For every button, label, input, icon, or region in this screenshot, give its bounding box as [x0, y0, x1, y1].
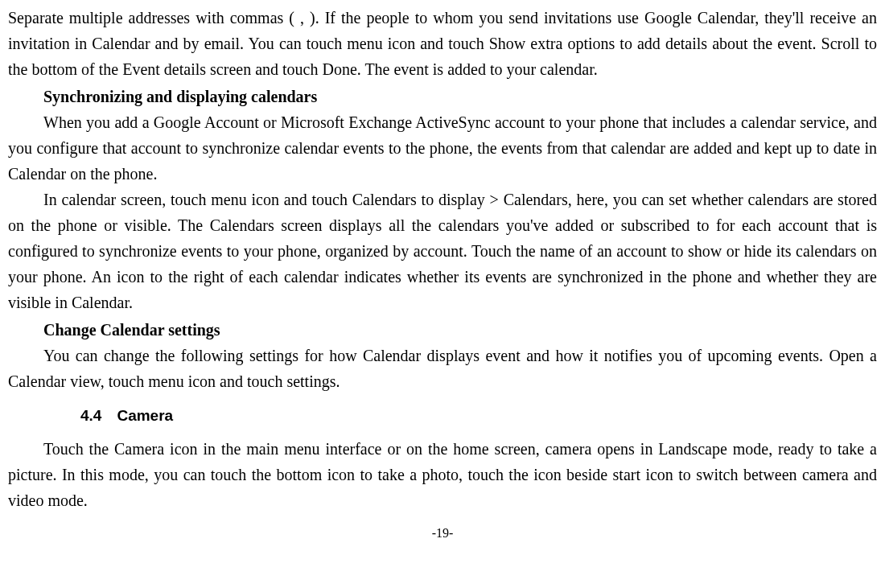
section-heading-camera: 4.4 Camera	[80, 404, 877, 428]
sync-paragraph-1: When you add a Google Account or Microso…	[8, 109, 877, 187]
sync-heading: Synchronizing and displaying calendars	[43, 84, 877, 109]
change-settings-paragraph: You can change the following settings fo…	[8, 343, 877, 394]
camera-paragraph: Touch the Camera icon in the main menu i…	[8, 436, 877, 513]
sync-paragraph-2: In calendar screen, touch menu icon and …	[8, 187, 877, 315]
change-settings-heading: Change Calendar settings	[43, 317, 877, 343]
intro-paragraph: Separate multiple addresses with commas …	[8, 5, 877, 82]
page-number: -19-	[8, 523, 877, 544]
